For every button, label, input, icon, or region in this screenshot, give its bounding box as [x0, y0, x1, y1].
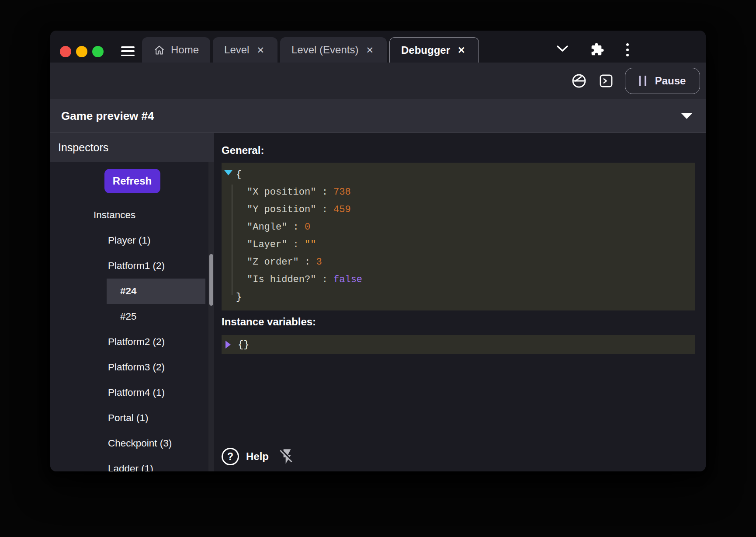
- chevron-down-icon[interactable]: [556, 45, 569, 52]
- tree-item-label: Player (1): [108, 235, 151, 246]
- indent-guide-line: [232, 185, 232, 295]
- tree-item-#25[interactable]: #25: [50, 304, 214, 329]
- tree-item-player-1-[interactable]: Player (1): [50, 228, 214, 253]
- general-json-lines: "X position" : 738"Y position" : 459"Ang…: [222, 184, 695, 289]
- tab-home[interactable]: Home: [142, 37, 210, 63]
- tab-bar: Home Level ✕ Level (Events) ✕ Debugger ✕: [50, 31, 706, 63]
- help-icon: ?: [222, 448, 239, 465]
- json-property-line: "Z order" : 3: [222, 254, 695, 271]
- minimize-window-button[interactable]: [76, 46, 87, 57]
- tree-item-platform3-2-[interactable]: Platform3 (2): [50, 355, 214, 380]
- json-property-line: "Layer" : "": [222, 236, 695, 254]
- help-button[interactable]: ? Help: [222, 448, 269, 465]
- tree-item-portal-1-[interactable]: Portal (1): [50, 405, 214, 431]
- inspectors-header: Inspectors: [50, 133, 214, 162]
- debugger-toolbar: Pause: [50, 63, 706, 99]
- tree-item-label: Platform1 (2): [108, 260, 165, 271]
- pause-button[interactable]: Pause: [625, 68, 700, 94]
- tree-item-instances[interactable]: Instances: [50, 202, 214, 228]
- pause-icon: [639, 76, 646, 86]
- kebab-menu-icon[interactable]: [626, 43, 629, 56]
- instances-tree: InstancesPlayer (1)Platform1 (2)#24#25Pl…: [50, 202, 214, 471]
- tab-close-icon[interactable]: ✕: [255, 45, 266, 56]
- flash-off-icon[interactable]: [278, 448, 296, 465]
- instance-variables-label: Instance variables:: [222, 316, 695, 328]
- tab-label: Level: [224, 44, 249, 56]
- tab-level[interactable]: Level ✕: [213, 37, 277, 63]
- tree-item-#24[interactable]: #24: [107, 279, 205, 304]
- json-open-brace: {: [222, 166, 695, 184]
- inspectors-sidebar: Inspectors Refresh InstancesPlayer (1)Pl…: [50, 133, 214, 471]
- tab-label: Debugger: [401, 44, 450, 56]
- sidebar-scrollbar-thumb[interactable]: [209, 254, 213, 306]
- json-property-line: "Y position" : 459: [222, 201, 695, 219]
- general-json-view: { "X position" : 738"Y position" : 459"A…: [222, 163, 695, 310]
- collapse-arrow-closed-icon[interactable]: [225, 341, 231, 349]
- tab-level-events[interactable]: Level (Events) ✕: [280, 37, 387, 63]
- tree-item-label: Checkpoint (3): [108, 438, 172, 449]
- json-property-line: "X position" : 738: [222, 184, 695, 201]
- tree-item-checkpoint-3-[interactable]: Checkpoint (3): [50, 431, 214, 456]
- close-window-button[interactable]: [60, 46, 71, 57]
- general-section-label: General:: [222, 144, 695, 157]
- tree-item-platform4-1-[interactable]: Platform4 (1): [50, 380, 214, 405]
- console-icon[interactable]: [599, 73, 614, 88]
- tab-close-icon[interactable]: ✕: [456, 45, 467, 56]
- tree-item-label: Instances: [94, 209, 135, 220]
- json-property-line: "Is hidden?" : false: [222, 271, 695, 289]
- game-preview-title: Game preview #4: [61, 109, 154, 123]
- puzzle-extension-icon[interactable]: [590, 42, 604, 56]
- tree-item-label: Portal (1): [108, 412, 149, 423]
- maximize-window-button[interactable]: [92, 46, 104, 57]
- refresh-button[interactable]: Refresh: [104, 169, 160, 193]
- app-window: Home Level ✕ Level (Events) ✕ Debugger ✕: [50, 31, 706, 471]
- game-preview-bar[interactable]: Game preview #4: [50, 99, 706, 133]
- desktop-background: Home Level ✕ Level (Events) ✕ Debugger ✕: [0, 0, 756, 537]
- instance-variables-json-view: {}: [222, 335, 695, 354]
- tabbar-right-icons: [522, 42, 706, 57]
- debugger-content: Inspectors Refresh InstancesPlayer (1)Pl…: [50, 133, 706, 471]
- tree-item-label: Platform4 (1): [108, 387, 165, 398]
- tree-item-label: Platform2 (2): [108, 336, 165, 347]
- profiler-gauge-icon[interactable]: [571, 73, 587, 89]
- help-button-label: Help: [246, 450, 269, 463]
- home-icon: [153, 44, 165, 56]
- json-close-brace: }: [222, 289, 695, 306]
- json-property-line: "Angle" : 0: [222, 219, 695, 236]
- collapse-arrow-open-icon[interactable]: [224, 170, 232, 175]
- sidebar-scrollbar-track: [208, 162, 214, 471]
- tree-item-label: Ladder (1): [108, 463, 153, 471]
- tree-item-platform2-2-[interactable]: Platform2 (2): [50, 329, 214, 355]
- tab-strip: Home Level ✕ Level (Events) ✕ Debugger ✕: [142, 37, 479, 63]
- bottom-actions: ? Help: [222, 448, 296, 465]
- caret-down-icon[interactable]: [681, 113, 693, 119]
- pause-button-label: Pause: [655, 75, 686, 87]
- tree-item-label: #25: [120, 311, 137, 322]
- tab-label: Home: [171, 44, 199, 56]
- tab-label: Level (Events): [291, 44, 358, 56]
- tree-item-label: #24: [120, 286, 137, 296]
- inspectors-header-label: Inspectors: [58, 141, 108, 154]
- tab-debugger[interactable]: Debugger ✕: [389, 37, 479, 63]
- hamburger-menu-icon[interactable]: [121, 46, 135, 56]
- tree-item-ladder-1-[interactable]: Ladder (1): [50, 456, 214, 471]
- tab-close-icon[interactable]: ✕: [364, 45, 375, 56]
- tree-item-label: Platform3 (2): [108, 362, 165, 373]
- window-controls: [60, 46, 104, 57]
- instance-inspector-panel: General: { "X position" : 738"Y position…: [214, 133, 706, 471]
- variables-empty-object: {}: [238, 339, 249, 350]
- tree-item-platform1-2-[interactable]: Platform1 (2): [50, 253, 214, 279]
